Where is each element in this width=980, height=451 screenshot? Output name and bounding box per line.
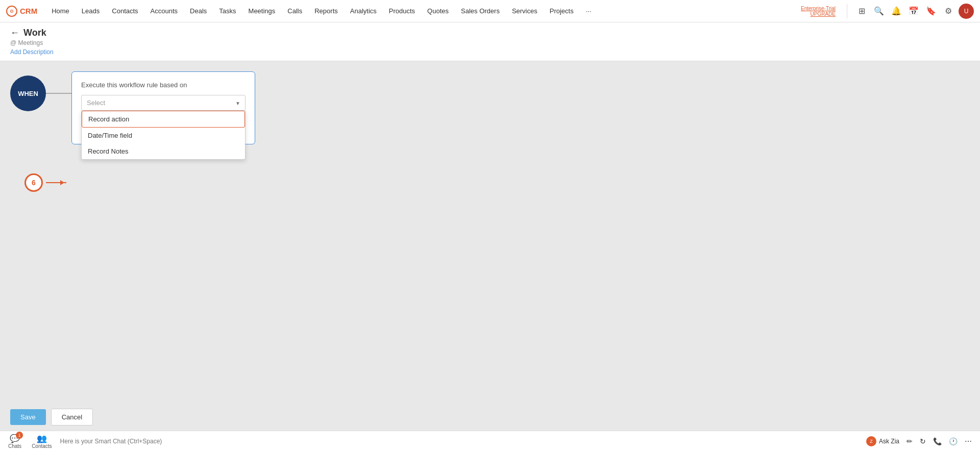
select-placeholder: Select: [87, 99, 105, 107]
main-content-area: WHEN 6 Execute this workflow rule based …: [0, 61, 980, 447]
settings-icon[interactable]: ⚙: [941, 4, 955, 18]
trial-info: Enterprise-Trial UPGRADE: [801, 6, 836, 17]
dropdown-item-record-action[interactable]: Record action: [82, 111, 245, 128]
nav-item-tasks[interactable]: Tasks: [213, 0, 242, 22]
ask-zia-button[interactable]: Z Ask Zia: [866, 436, 899, 446]
clock-icon[interactable]: 🕐: [949, 437, 958, 445]
chat-badge: 1: [16, 432, 23, 439]
nav-item-reports[interactable]: Reports: [308, 0, 344, 22]
page-header: ← Work @ Meetings Add Description: [0, 22, 980, 61]
more-icon[interactable]: ⋯: [965, 437, 972, 445]
nav-item-meetings[interactable]: Meetings: [242, 0, 282, 22]
step-annotation: 6: [24, 173, 66, 192]
save-button[interactable]: Save: [10, 409, 46, 425]
back-arrow-icon[interactable]: ←: [10, 28, 19, 38]
logo-text: CRM: [20, 7, 37, 15]
nav-item-accounts[interactable]: Accounts: [144, 0, 184, 22]
contacts-icon: 👥: [37, 434, 47, 443]
dropdown-item-record-notes[interactable]: Record Notes: [82, 143, 245, 159]
bottom-action-bar: Save Cancel: [0, 404, 980, 431]
workflow-editor-area: WHEN 6 Execute this workflow rule based …: [0, 61, 980, 77]
nav-item-contacts[interactable]: Contacts: [106, 0, 144, 22]
nav-item-quotes[interactable]: Quotes: [421, 0, 455, 22]
dropdown-menu: Record action Date/Time field Record Not…: [81, 111, 246, 160]
page-title: Work: [23, 28, 46, 38]
zia-icon: Z: [866, 436, 876, 446]
select-wrapper: Select ▼ Record action Date/Time field R…: [81, 95, 246, 111]
smart-chat-left: 💬 1 Chats 👥 Contacts: [8, 434, 52, 449]
cancel-button[interactable]: Cancel: [51, 409, 93, 425]
phone-icon[interactable]: 📞: [933, 437, 942, 445]
crm-logo[interactable]: ⊙ CRM: [6, 6, 37, 17]
edit-icon[interactable]: ✏: [906, 437, 913, 445]
top-navigation: ⊙ CRM Home Leads Contacts Accounts Deals…: [0, 0, 980, 22]
nav-right-actions: Enterprise-Trial UPGRADE ⊞ 🔍 🔔 📅 🔖 ⚙ U: [801, 4, 974, 19]
nav-item-sales-orders[interactable]: Sales Orders: [455, 0, 506, 22]
chats-icon: 💬 1: [10, 434, 20, 443]
logo-icon: ⊙: [6, 6, 17, 17]
smart-chat-icons: Z Ask Zia ✏ ↻ 📞 🕐 ⋯: [866, 436, 972, 446]
chats-icon-item[interactable]: 💬 1 Chats: [8, 434, 21, 449]
nav-item-more[interactable]: ···: [580, 0, 598, 22]
nav-item-services[interactable]: Services: [506, 0, 544, 22]
nav-items-list: Home Leads Contacts Accounts Deals Tasks…: [45, 0, 801, 22]
when-node[interactable]: WHEN: [10, 76, 46, 111]
workflow-card: Execute this workflow rule based on Sele…: [71, 71, 255, 144]
page-subtitle: @ Meetings: [10, 39, 970, 46]
search-icon[interactable]: 🔍: [872, 4, 886, 18]
calendar-icon[interactable]: 📅: [906, 4, 921, 18]
nav-item-leads[interactable]: Leads: [76, 0, 106, 22]
contacts-icon-item[interactable]: 👥 Contacts: [32, 434, 52, 449]
refresh-icon[interactable]: ↻: [920, 437, 926, 445]
dropdown-item-datetime-field[interactable]: Date/Time field: [82, 128, 245, 143]
nav-item-home[interactable]: Home: [45, 0, 76, 22]
nav-item-calls[interactable]: Calls: [281, 0, 308, 22]
notifications-icon[interactable]: 🔔: [889, 4, 903, 18]
create-icon[interactable]: ⊞: [854, 4, 869, 18]
step-arrow-icon: [46, 182, 66, 183]
user-avatar[interactable]: U: [959, 4, 974, 19]
nav-divider: [847, 4, 847, 18]
nav-item-deals[interactable]: Deals: [184, 0, 213, 22]
select-field[interactable]: Select: [81, 95, 246, 111]
workflow-card-title: Execute this workflow rule based on: [81, 81, 246, 89]
nav-item-analytics[interactable]: Analytics: [344, 0, 383, 22]
step-number-circle: 6: [24, 173, 43, 192]
smart-chat-bar: 💬 1 Chats 👥 Contacts Z Ask Zia ✏ ↻ 📞 🕐 ⋯: [0, 431, 980, 451]
nav-item-products[interactable]: Products: [383, 0, 421, 22]
smart-chat-input[interactable]: [60, 438, 858, 445]
add-description-link[interactable]: Add Description: [10, 48, 970, 56]
bookmark-icon[interactable]: 🔖: [924, 4, 938, 18]
page-title-row: ← Work: [10, 28, 970, 38]
nav-item-projects[interactable]: Projects: [544, 0, 580, 22]
